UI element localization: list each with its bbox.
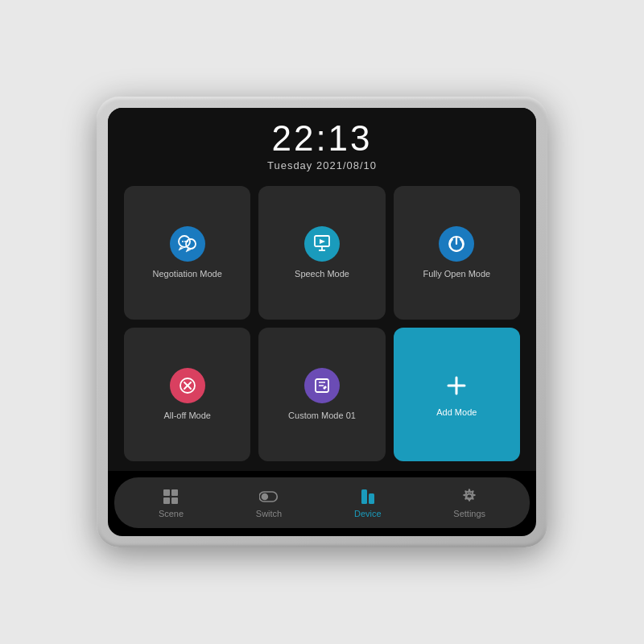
grid-item-add-mode[interactable]: Add Mode [394,328,520,461]
clock-area: 22:13 Tuesday 2021/08/10 [124,121,520,171]
presentation-icon [312,233,332,254]
grid-item-custom-mode[interactable]: Custom Mode 01 [258,328,385,461]
custom-mode-icon-circle [304,368,340,403]
edit-icon [312,375,332,396]
custom-mode-label: Custom Mode 01 [288,410,356,421]
svg-point-2 [182,241,184,242]
settings-nav-label: Settings [453,509,485,518]
fully-open-mode-icon-circle [439,226,474,262]
negotiation-mode-label: Negotiation Mode [153,268,222,279]
grid-item-fully-open-mode[interactable]: Fully Open Mode [394,186,520,320]
grid-item-negotiation-mode[interactable]: Negotiation Mode [124,186,250,320]
nav-item-settings[interactable]: Settings [444,484,495,522]
scene-icon [161,487,180,506]
speech-mode-icon-circle [304,226,340,262]
svg-marker-8 [320,239,325,244]
close-circle-icon [177,375,198,396]
chat-icon [177,233,198,254]
svg-point-24 [262,493,269,501]
svg-point-4 [187,241,188,242]
mode-grid: Negotiation Mode Speech Mode [124,186,520,461]
settings-icon [460,487,479,506]
nav-item-scene[interactable]: Scene [149,484,193,522]
power-icon [446,233,467,254]
svg-rect-21 [163,497,170,504]
negotiation-mode-icon-circle [170,226,205,262]
svg-rect-22 [171,497,178,504]
svg-point-1 [186,239,196,249]
device-outer: 22:13 Tuesday 2021/08/10 [97,97,547,547]
switch-icon [259,487,279,506]
nav-item-switch[interactable]: Switch [246,484,291,522]
svg-point-3 [184,241,186,242]
scene-nav-label: Scene [159,509,184,518]
plus-icon [442,371,471,400]
nav-item-device[interactable]: Device [345,484,391,522]
bottom-nav: Scene Switch [114,477,530,528]
all-off-mode-icon-circle [170,368,205,403]
device-nav-label: Device [354,509,382,518]
add-mode-label: Add Mode [436,407,477,418]
svg-rect-19 [163,489,170,496]
all-off-mode-label: All-off Mode [163,410,211,421]
device-icon [358,487,378,506]
grid-item-speech-mode[interactable]: Speech Mode [258,186,385,320]
date-display: Tuesday 2021/08/10 [124,159,520,171]
svg-rect-20 [171,489,178,496]
svg-rect-26 [369,493,374,504]
screen: 22:13 Tuesday 2021/08/10 [108,108,536,471]
fully-open-mode-label: Fully Open Mode [423,268,490,279]
device-inner: 22:13 Tuesday 2021/08/10 [108,108,536,536]
time-display: 22:13 [124,121,520,156]
grid-item-all-off-mode[interactable]: All-off Mode [124,328,250,461]
svg-rect-25 [361,489,367,504]
speech-mode-label: Speech Mode [295,268,349,279]
switch-nav-label: Switch [256,509,282,518]
